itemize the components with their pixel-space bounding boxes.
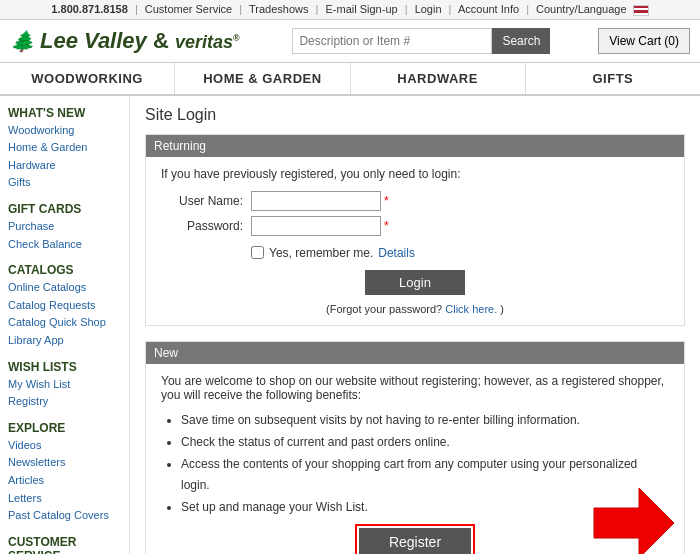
new-body: You are welcome to shop on our website w… [146, 364, 684, 554]
sidebar-letters[interactable]: Letters [8, 490, 121, 508]
sidebar-whats-new-title: WHAT'S NEW [8, 106, 121, 120]
details-link[interactable]: Details [378, 246, 415, 260]
remember-checkbox[interactable] [251, 246, 264, 259]
sidebar-articles[interactable]: Articles [8, 472, 121, 490]
new-section: New You are welcome to shop on our websi… [145, 341, 685, 554]
search-area: Search [260, 28, 584, 54]
username-label: User Name: [161, 194, 251, 208]
nav-hardware[interactable]: HARDWARE [351, 63, 526, 94]
sidebar-my-wish-list[interactable]: My Wish List [8, 376, 121, 394]
search-button[interactable]: Search [492, 28, 550, 54]
sidebar: WHAT'S NEW Woodworking Home & Garden Har… [0, 96, 130, 554]
sidebar-woodworking[interactable]: Woodworking [8, 122, 121, 140]
sidebar-gifts[interactable]: Gifts [8, 174, 121, 192]
returning-section: Returning If you have previously registe… [145, 134, 685, 326]
sidebar-catalog-quick-shop[interactable]: Catalog Quick Shop [8, 314, 121, 332]
header: 🌲 Lee Valley & veritas® Search View Cart… [0, 20, 700, 63]
forgot-close: ) [500, 303, 504, 315]
main-content: WHAT'S NEW Woodworking Home & Garden Har… [0, 96, 700, 554]
login-link[interactable]: Login [415, 3, 442, 15]
register-button[interactable]: Register [359, 528, 471, 554]
logo[interactable]: 🌲 Lee Valley & veritas® [10, 28, 240, 54]
logo-text: Lee Valley & veritas® [40, 28, 240, 54]
returning-body: If you have previously registered, you o… [146, 157, 684, 325]
new-header: New [146, 342, 684, 364]
register-wrapper: Register [161, 528, 669, 554]
sidebar-check-balance[interactable]: Check Balance [8, 236, 121, 254]
sidebar-past-catalog-covers[interactable]: Past Catalog Covers [8, 507, 121, 525]
forgot-text: (Forgot your password? [326, 303, 442, 315]
sidebar-purchase[interactable]: Purchase [8, 218, 121, 236]
account-info-link[interactable]: Account Info [458, 3, 519, 15]
sidebar-catalogs-title: CATALOGS [8, 263, 121, 277]
tree-icon: 🌲 [10, 29, 35, 53]
new-description: You are welcome to shop on our website w… [161, 374, 669, 402]
page-title: Site Login [145, 106, 685, 124]
login-button[interactable]: Login [365, 270, 465, 295]
password-required: * [384, 219, 389, 233]
email-signup-link[interactable]: E-mail Sign-up [326, 3, 398, 15]
country-language-link[interactable]: Country/Language [536, 3, 627, 15]
red-arrow-icon [589, 483, 679, 554]
remember-row: Yes, remember me. Details [251, 246, 669, 260]
sidebar-online-catalogs[interactable]: Online Catalogs [8, 279, 121, 297]
username-row: User Name: * [161, 191, 669, 211]
sidebar-videos[interactable]: Videos [8, 437, 121, 455]
returning-description: If you have previously registered, you o… [161, 167, 669, 181]
password-row: Password: * [161, 216, 669, 236]
username-required: * [384, 194, 389, 208]
phone-number[interactable]: 1.800.871.8158 [51, 3, 127, 15]
sidebar-gift-cards-title: GIFT CARDS [8, 202, 121, 216]
sidebar-home-garden[interactable]: Home & Garden [8, 139, 121, 157]
top-bar: 1.800.871.8158 | Customer Service | Trad… [0, 0, 700, 20]
forgot-password-text: (Forgot your password? Click here. ) [161, 303, 669, 315]
cart-button[interactable]: View Cart (0) [598, 28, 690, 54]
click-here-link[interactable]: Click here. [445, 303, 497, 315]
nav-woodworking[interactable]: WOODWORKING [0, 63, 175, 94]
remember-label: Yes, remember me. [269, 246, 373, 260]
search-input[interactable] [292, 28, 492, 54]
sidebar-wish-lists-title: WISH LISTS [8, 360, 121, 374]
sidebar-hardware[interactable]: Hardware [8, 157, 121, 175]
sidebar-newsletters[interactable]: Newsletters [8, 454, 121, 472]
sidebar-registry[interactable]: Registry [8, 393, 121, 411]
flag-icon [633, 5, 649, 16]
customer-service-link[interactable]: Customer Service [145, 3, 232, 15]
returning-header: Returning [146, 135, 684, 157]
nav-home-garden[interactable]: HOME & GARDEN [175, 63, 350, 94]
sidebar-explore-title: EXPLORE [8, 421, 121, 435]
nav-gifts[interactable]: GIFTS [526, 63, 700, 94]
benefit-2: Check the status of current and past ord… [181, 432, 669, 452]
sidebar-catalog-requests[interactable]: Catalog Requests [8, 297, 121, 315]
sidebar-library-app[interactable]: Library App [8, 332, 121, 350]
password-label: Password: [161, 219, 251, 233]
main-nav: WOODWORKING HOME & GARDEN HARDWARE GIFTS [0, 63, 700, 96]
tradeshows-link[interactable]: Tradeshows [249, 3, 309, 15]
login-form: User Name: * Password: * [161, 191, 669, 236]
benefit-1: Save time on subsequent visits by not ha… [181, 410, 669, 430]
svg-marker-0 [594, 488, 674, 554]
password-input[interactable] [251, 216, 381, 236]
username-input[interactable] [251, 191, 381, 211]
sidebar-customer-service-title: CUSTOMER SERVICE [8, 535, 121, 554]
content-area: Site Login Returning If you have previou… [130, 96, 700, 554]
